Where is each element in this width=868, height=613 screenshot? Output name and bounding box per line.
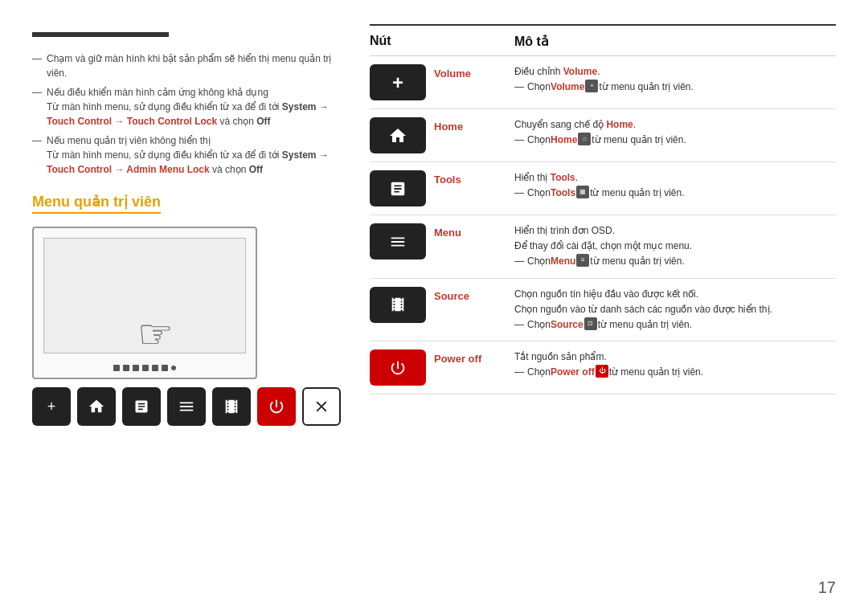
tools-desc: Hiển thị Tools. Chọn Tools ▦ từ menu quả… <box>514 170 836 201</box>
source-icon-btn[interactable] <box>212 387 251 426</box>
table-row-volume: + Volume Điều chỉnh Volume. Chọn Volume … <box>370 56 836 109</box>
header-mota: Mô tả <box>514 34 836 49</box>
hand-icon: ☞ <box>137 311 174 358</box>
menu-icon-btn[interactable] <box>167 387 206 426</box>
table-row-home: Home Chuyển sang chế độ Home. Chọn Home … <box>370 109 836 162</box>
dot-5 <box>152 365 158 371</box>
source-icon <box>370 287 426 323</box>
page-number: 17 <box>818 578 836 597</box>
close-icon-btn[interactable] <box>302 387 341 426</box>
table-row-menu: Menu Hiển thị trình đơn OSD. Để thay đổi… <box>370 215 836 279</box>
home-label: Home <box>434 117 506 133</box>
table-header: Nút Mô tả <box>370 34 836 56</box>
dot-6 <box>162 365 168 371</box>
power-desc: Tắt nguồn sản phẩm. Chọn Power off ⏻ từ … <box>514 349 836 380</box>
dot-3 <box>133 365 139 371</box>
table-row-power: Power off Tắt nguồn sản phẩm. Chọn Power… <box>370 341 836 394</box>
left-panel: Chạm và giữ màn hình khi bật sản phẩm sẽ… <box>32 24 370 597</box>
volume-icon: + <box>370 64 426 100</box>
dot-2 <box>123 365 129 371</box>
home-desc: Chuyển sang chế độ Home. Chọn Home ⌂ từ … <box>514 117 836 148</box>
tools-label: Tools <box>434 170 506 186</box>
table-row-tools: Tools Hiển thị Tools. Chọn Tools ▦ từ me… <box>370 162 836 215</box>
volume-desc: Điều chỉnh Volume. Chọn Volume + từ menu… <box>514 64 836 95</box>
top-bar-decoration <box>32 32 169 37</box>
dot-1 <box>113 365 120 371</box>
monitor-diagram: ☞ <box>32 227 257 379</box>
monitor-dots <box>113 365 176 371</box>
table-row-source: Source Chọn nguồn tín hiệu đầu vào được … <box>370 279 836 342</box>
dot-4 <box>142 365 149 371</box>
power-label: Power off <box>434 349 506 365</box>
source-label: Source <box>434 287 506 302</box>
power-icon-btn[interactable] <box>257 387 296 426</box>
menu-label: Menu <box>434 223 506 239</box>
power-icon <box>370 349 426 386</box>
volume-label: Volume <box>434 64 506 80</box>
tools-icon <box>370 170 426 206</box>
note-list: Chạm và giữ màn hình khi bật sản phẩm sẽ… <box>32 51 346 177</box>
note-item-3: Nếu menu quản trị viên không hiển thị Từ… <box>32 133 346 177</box>
home-icon <box>370 117 426 153</box>
bottom-icons-row: + <box>32 387 346 426</box>
right-panel: Nút Mô tả + Volume Điều chỉnh Volume. Ch… <box>370 24 836 597</box>
home-icon-btn[interactable] <box>77 387 116 426</box>
menu-title: Menu quản trị viên <box>32 193 161 214</box>
tools-icon-btn[interactable] <box>122 387 161 426</box>
menu-desc: Hiển thị trình đơn OSD. Để thay đổi cài … <box>514 223 836 270</box>
dot-7 <box>171 366 176 370</box>
volume-icon-btn[interactable]: + <box>32 387 71 426</box>
menu-icon <box>370 223 426 260</box>
header-nut: Nút <box>370 34 434 49</box>
note-item-2: Nếu điều khiển màn hình cảm ứng không kh… <box>32 85 346 129</box>
note-item-1: Chạm và giữ màn hình khi bật sản phẩm sẽ… <box>32 51 346 80</box>
source-desc: Chọn nguồn tín hiệu đầu vào được kết nối… <box>514 287 836 333</box>
